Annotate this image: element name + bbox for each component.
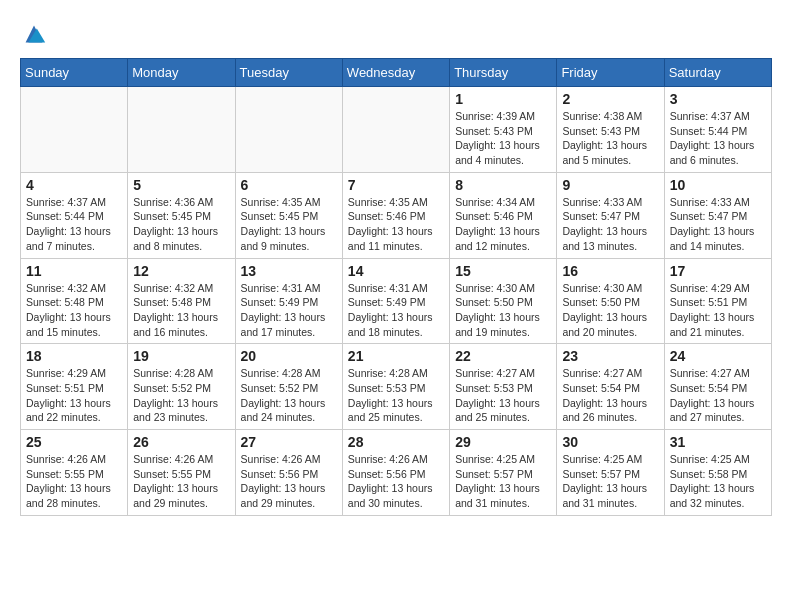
calendar-cell: 19Sunrise: 4:28 AMSunset: 5:52 PMDayligh…: [128, 344, 235, 430]
day-info: Sunrise: 4:26 AMSunset: 5:55 PMDaylight:…: [133, 452, 229, 511]
calendar-cell: 20Sunrise: 4:28 AMSunset: 5:52 PMDayligh…: [235, 344, 342, 430]
calendar-cell: 23Sunrise: 4:27 AMSunset: 5:54 PMDayligh…: [557, 344, 664, 430]
day-number: 10: [670, 177, 766, 193]
calendar-week-row-4: 18Sunrise: 4:29 AMSunset: 5:51 PMDayligh…: [21, 344, 772, 430]
day-number: 9: [562, 177, 658, 193]
page-header: [20, 20, 772, 48]
weekday-header-friday: Friday: [557, 59, 664, 87]
weekday-header-monday: Monday: [128, 59, 235, 87]
calendar-cell: 15Sunrise: 4:30 AMSunset: 5:50 PMDayligh…: [450, 258, 557, 344]
weekday-header-sunday: Sunday: [21, 59, 128, 87]
calendar-cell: 9Sunrise: 4:33 AMSunset: 5:47 PMDaylight…: [557, 172, 664, 258]
calendar-cell: 30Sunrise: 4:25 AMSunset: 5:57 PMDayligh…: [557, 430, 664, 516]
day-info: Sunrise: 4:25 AMSunset: 5:57 PMDaylight:…: [562, 452, 658, 511]
day-info: Sunrise: 4:39 AMSunset: 5:43 PMDaylight:…: [455, 109, 551, 168]
calendar-cell: [342, 87, 449, 173]
day-info: Sunrise: 4:38 AMSunset: 5:43 PMDaylight:…: [562, 109, 658, 168]
day-info: Sunrise: 4:25 AMSunset: 5:58 PMDaylight:…: [670, 452, 766, 511]
calendar-cell: 28Sunrise: 4:26 AMSunset: 5:56 PMDayligh…: [342, 430, 449, 516]
day-number: 20: [241, 348, 337, 364]
day-number: 1: [455, 91, 551, 107]
day-info: Sunrise: 4:34 AMSunset: 5:46 PMDaylight:…: [455, 195, 551, 254]
day-info: Sunrise: 4:26 AMSunset: 5:55 PMDaylight:…: [26, 452, 122, 511]
day-info: Sunrise: 4:33 AMSunset: 5:47 PMDaylight:…: [562, 195, 658, 254]
day-info: Sunrise: 4:28 AMSunset: 5:53 PMDaylight:…: [348, 366, 444, 425]
calendar-cell: 14Sunrise: 4:31 AMSunset: 5:49 PMDayligh…: [342, 258, 449, 344]
calendar-cell: [235, 87, 342, 173]
day-info: Sunrise: 4:27 AMSunset: 5:54 PMDaylight:…: [562, 366, 658, 425]
calendar-cell: 17Sunrise: 4:29 AMSunset: 5:51 PMDayligh…: [664, 258, 771, 344]
calendar-cell: 22Sunrise: 4:27 AMSunset: 5:53 PMDayligh…: [450, 344, 557, 430]
day-info: Sunrise: 4:31 AMSunset: 5:49 PMDaylight:…: [241, 281, 337, 340]
day-number: 24: [670, 348, 766, 364]
calendar-cell: 12Sunrise: 4:32 AMSunset: 5:48 PMDayligh…: [128, 258, 235, 344]
day-info: Sunrise: 4:29 AMSunset: 5:51 PMDaylight:…: [670, 281, 766, 340]
calendar-week-row-1: 1Sunrise: 4:39 AMSunset: 5:43 PMDaylight…: [21, 87, 772, 173]
day-number: 6: [241, 177, 337, 193]
day-info: Sunrise: 4:26 AMSunset: 5:56 PMDaylight:…: [241, 452, 337, 511]
calendar-cell: 31Sunrise: 4:25 AMSunset: 5:58 PMDayligh…: [664, 430, 771, 516]
weekday-header-tuesday: Tuesday: [235, 59, 342, 87]
day-number: 21: [348, 348, 444, 364]
day-info: Sunrise: 4:25 AMSunset: 5:57 PMDaylight:…: [455, 452, 551, 511]
weekday-header-thursday: Thursday: [450, 59, 557, 87]
calendar-cell: 2Sunrise: 4:38 AMSunset: 5:43 PMDaylight…: [557, 87, 664, 173]
day-info: Sunrise: 4:27 AMSunset: 5:54 PMDaylight:…: [670, 366, 766, 425]
day-number: 15: [455, 263, 551, 279]
day-number: 31: [670, 434, 766, 450]
calendar-cell: 7Sunrise: 4:35 AMSunset: 5:46 PMDaylight…: [342, 172, 449, 258]
day-number: 25: [26, 434, 122, 450]
day-info: Sunrise: 4:33 AMSunset: 5:47 PMDaylight:…: [670, 195, 766, 254]
day-number: 28: [348, 434, 444, 450]
day-info: Sunrise: 4:32 AMSunset: 5:48 PMDaylight:…: [133, 281, 229, 340]
day-number: 3: [670, 91, 766, 107]
calendar-cell: 18Sunrise: 4:29 AMSunset: 5:51 PMDayligh…: [21, 344, 128, 430]
day-number: 8: [455, 177, 551, 193]
day-number: 19: [133, 348, 229, 364]
calendar-cell: 1Sunrise: 4:39 AMSunset: 5:43 PMDaylight…: [450, 87, 557, 173]
day-info: Sunrise: 4:27 AMSunset: 5:53 PMDaylight:…: [455, 366, 551, 425]
calendar-week-row-3: 11Sunrise: 4:32 AMSunset: 5:48 PMDayligh…: [21, 258, 772, 344]
calendar-cell: 4Sunrise: 4:37 AMSunset: 5:44 PMDaylight…: [21, 172, 128, 258]
calendar-cell: [21, 87, 128, 173]
day-number: 2: [562, 91, 658, 107]
day-number: 12: [133, 263, 229, 279]
day-info: Sunrise: 4:26 AMSunset: 5:56 PMDaylight:…: [348, 452, 444, 511]
day-number: 4: [26, 177, 122, 193]
calendar-cell: 13Sunrise: 4:31 AMSunset: 5:49 PMDayligh…: [235, 258, 342, 344]
calendar-cell: 24Sunrise: 4:27 AMSunset: 5:54 PMDayligh…: [664, 344, 771, 430]
day-info: Sunrise: 4:32 AMSunset: 5:48 PMDaylight:…: [26, 281, 122, 340]
day-number: 13: [241, 263, 337, 279]
calendar-cell: 5Sunrise: 4:36 AMSunset: 5:45 PMDaylight…: [128, 172, 235, 258]
calendar-table: SundayMondayTuesdayWednesdayThursdayFrid…: [20, 58, 772, 516]
calendar-week-row-2: 4Sunrise: 4:37 AMSunset: 5:44 PMDaylight…: [21, 172, 772, 258]
day-number: 29: [455, 434, 551, 450]
calendar-cell: 16Sunrise: 4:30 AMSunset: 5:50 PMDayligh…: [557, 258, 664, 344]
calendar-cell: 3Sunrise: 4:37 AMSunset: 5:44 PMDaylight…: [664, 87, 771, 173]
calendar-cell: 25Sunrise: 4:26 AMSunset: 5:55 PMDayligh…: [21, 430, 128, 516]
day-info: Sunrise: 4:37 AMSunset: 5:44 PMDaylight:…: [26, 195, 122, 254]
day-number: 17: [670, 263, 766, 279]
day-number: 22: [455, 348, 551, 364]
logo-icon: [20, 20, 48, 48]
day-number: 7: [348, 177, 444, 193]
weekday-header-saturday: Saturday: [664, 59, 771, 87]
day-info: Sunrise: 4:28 AMSunset: 5:52 PMDaylight:…: [133, 366, 229, 425]
calendar-cell: 26Sunrise: 4:26 AMSunset: 5:55 PMDayligh…: [128, 430, 235, 516]
day-info: Sunrise: 4:29 AMSunset: 5:51 PMDaylight:…: [26, 366, 122, 425]
logo: [20, 20, 52, 48]
day-info: Sunrise: 4:35 AMSunset: 5:46 PMDaylight:…: [348, 195, 444, 254]
day-info: Sunrise: 4:30 AMSunset: 5:50 PMDaylight:…: [455, 281, 551, 340]
calendar-cell: 6Sunrise: 4:35 AMSunset: 5:45 PMDaylight…: [235, 172, 342, 258]
calendar-week-row-5: 25Sunrise: 4:26 AMSunset: 5:55 PMDayligh…: [21, 430, 772, 516]
calendar-cell: 27Sunrise: 4:26 AMSunset: 5:56 PMDayligh…: [235, 430, 342, 516]
day-number: 14: [348, 263, 444, 279]
calendar-cell: 11Sunrise: 4:32 AMSunset: 5:48 PMDayligh…: [21, 258, 128, 344]
calendar-cell: [128, 87, 235, 173]
calendar-cell: 29Sunrise: 4:25 AMSunset: 5:57 PMDayligh…: [450, 430, 557, 516]
day-number: 26: [133, 434, 229, 450]
calendar-cell: 10Sunrise: 4:33 AMSunset: 5:47 PMDayligh…: [664, 172, 771, 258]
calendar-cell: 8Sunrise: 4:34 AMSunset: 5:46 PMDaylight…: [450, 172, 557, 258]
day-info: Sunrise: 4:28 AMSunset: 5:52 PMDaylight:…: [241, 366, 337, 425]
day-info: Sunrise: 4:36 AMSunset: 5:45 PMDaylight:…: [133, 195, 229, 254]
